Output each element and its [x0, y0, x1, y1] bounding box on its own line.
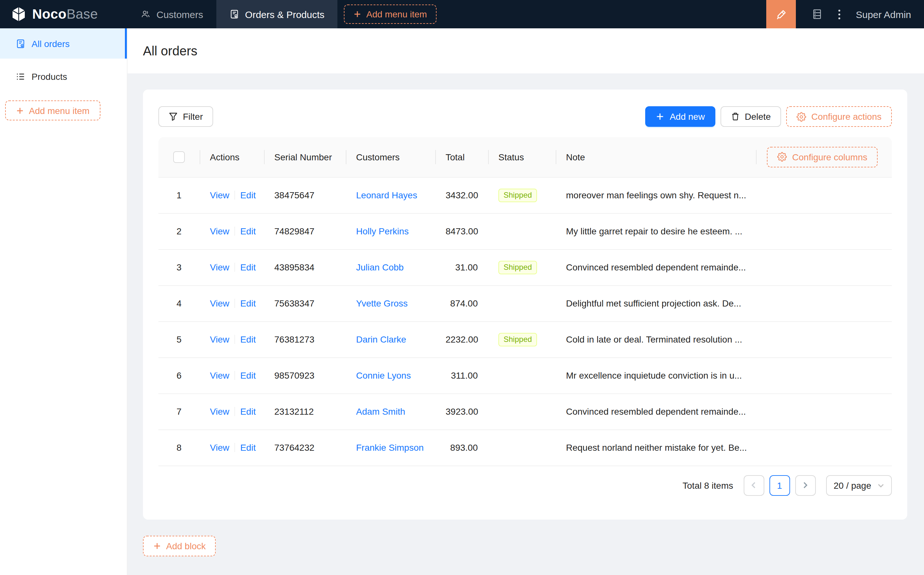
- view-link[interactable]: View: [210, 226, 229, 236]
- customer-link[interactable]: Yvette Gross: [356, 298, 408, 308]
- select-all-checkbox[interactable]: [173, 151, 185, 163]
- view-link[interactable]: View: [210, 334, 229, 345]
- serial-number-cell: 76381273: [274, 334, 314, 345]
- edit-link[interactable]: Edit: [240, 406, 256, 416]
- action-divider: [234, 335, 235, 344]
- note-cell: moreover man feelings own shy. Request n…: [566, 190, 746, 200]
- sidebar-item-label: Products: [32, 71, 67, 81]
- view-link[interactable]: View: [210, 406, 229, 416]
- total-cell: 31.00: [455, 262, 478, 272]
- sidebar-item-products[interactable]: Products: [0, 61, 127, 91]
- plugin-settings-button[interactable]: [811, 0, 823, 28]
- configure-columns-button[interactable]: Configure columns: [767, 147, 878, 167]
- page-header: All orders: [127, 28, 924, 73]
- action-divider: [234, 443, 235, 452]
- column-header-actions: Actions: [200, 137, 264, 177]
- table-row: 3 ViewEdit 43895834 Julian Cobb 31.00 Sh…: [159, 249, 892, 285]
- edit-link[interactable]: Edit: [240, 370, 256, 381]
- view-link[interactable]: View: [210, 298, 229, 308]
- note-cell: Convinced resembled dependent remainde..…: [566, 262, 746, 272]
- pagination: Total 8 items 1 20 / page: [159, 475, 892, 496]
- kebab-icon: [838, 10, 840, 19]
- sidebar-item-all-orders[interactable]: All orders: [0, 28, 127, 59]
- action-divider: [234, 371, 235, 380]
- view-link[interactable]: View: [210, 190, 229, 200]
- user-name[interactable]: Super Admin: [856, 9, 911, 20]
- note-cell: Mr excellence inquietude conviction is i…: [566, 370, 742, 381]
- action-divider: [234, 407, 235, 416]
- edit-link[interactable]: Edit: [240, 442, 256, 453]
- ui-editor-button[interactable]: [766, 0, 796, 28]
- note-cell: Cold in late or deal. Terminated resolut…: [566, 334, 742, 345]
- edit-link[interactable]: Edit: [240, 262, 256, 272]
- page-size-select[interactable]: 20 / page: [826, 475, 892, 496]
- add-new-button[interactable]: Add new: [645, 106, 715, 127]
- filter-button[interactable]: Filter: [159, 106, 213, 127]
- add-block-button[interactable]: Add block: [143, 536, 216, 556]
- serial-number-cell: 38475647: [274, 190, 314, 200]
- team-icon: [140, 9, 151, 19]
- note-cell: Convinced resembled dependent remainde..…: [566, 406, 746, 416]
- table-row: 5 ViewEdit 76381273 Darin Clarke 2232.00…: [159, 321, 892, 357]
- action-divider: [234, 227, 235, 236]
- logo-text: NocoBase: [32, 6, 98, 22]
- edit-link[interactable]: Edit: [240, 226, 256, 236]
- column-header-customers: Customers: [346, 137, 435, 177]
- column-header-status: Status: [488, 137, 556, 177]
- nav-tab-orders-products[interactable]: Orders & Products: [216, 0, 337, 28]
- plus-icon: [153, 542, 161, 550]
- customer-link[interactable]: Julian Cobb: [356, 262, 404, 272]
- row-index: 6: [176, 370, 182, 381]
- previous-page-button[interactable]: [743, 475, 764, 496]
- delete-button[interactable]: Delete: [720, 106, 781, 127]
- total-cell: 893.00: [450, 442, 478, 453]
- action-divider: [234, 299, 235, 308]
- sidebar-add-menu-item-button[interactable]: Add menu item: [5, 100, 100, 121]
- nav-add-menu-item-button[interactable]: Add menu item: [344, 5, 437, 24]
- plus-icon: [656, 112, 665, 121]
- table-row: 2 ViewEdit 74829847 Holly Perkins 8473.0…: [159, 213, 892, 249]
- row-index: 7: [176, 406, 182, 416]
- nav-tab-label: Orders & Products: [245, 9, 324, 20]
- customer-link[interactable]: Frankie Simpson: [356, 442, 424, 453]
- serial-number-cell: 23132112: [274, 406, 314, 416]
- view-link[interactable]: View: [210, 442, 229, 453]
- table-header-row: Actions Serial Number Customers Total St…: [159, 137, 892, 177]
- view-link[interactable]: View: [210, 370, 229, 381]
- next-page-button[interactable]: [795, 475, 816, 496]
- order-check-icon: [16, 38, 26, 49]
- customer-link[interactable]: Connie Lyons: [356, 370, 411, 381]
- status-tag: Shipped: [499, 188, 537, 202]
- chevron-left-icon: [750, 481, 757, 489]
- database-icon: [811, 8, 823, 20]
- edit-link[interactable]: Edit: [240, 190, 256, 200]
- configure-actions-button[interactable]: Configure actions: [786, 106, 892, 127]
- view-link[interactable]: View: [210, 262, 229, 272]
- customer-link[interactable]: Adam Smith: [356, 406, 405, 416]
- row-index: 5: [176, 334, 182, 345]
- serial-number-cell: 75638347: [274, 298, 314, 308]
- customer-link[interactable]: Darin Clarke: [356, 334, 406, 345]
- table-row: 1 ViewEdit 38475647 Leonard Hayes 3432.0…: [159, 177, 892, 213]
- table-toolbar: Filter Add new Delete: [159, 106, 892, 127]
- nav-tab-label: Customers: [156, 9, 203, 20]
- logo[interactable]: NocoBase: [0, 0, 127, 28]
- edit-link[interactable]: Edit: [240, 334, 256, 345]
- more-menu-button[interactable]: [838, 0, 840, 28]
- total-cell: 311.00: [451, 370, 478, 381]
- nav-tab-customers[interactable]: Customers: [127, 0, 216, 28]
- row-index: 8: [176, 442, 182, 453]
- page-number-button[interactable]: 1: [769, 475, 790, 496]
- plus-icon: [16, 106, 24, 114]
- serial-number-cell: 73764232: [274, 442, 314, 453]
- pagination-total: Total 8 items: [683, 480, 733, 490]
- highlighter-icon: [775, 8, 787, 20]
- gear-icon: [778, 152, 787, 162]
- customer-link[interactable]: Holly Perkins: [356, 226, 408, 236]
- trash-icon: [730, 112, 740, 121]
- customer-link[interactable]: Leonard Hayes: [356, 190, 417, 200]
- sidebar-item-label: All orders: [32, 38, 70, 49]
- column-header-serial-number: Serial Number: [264, 137, 346, 177]
- edit-link[interactable]: Edit: [240, 298, 256, 308]
- app-root: NocoBase Customers Orders & Products: [0, 0, 924, 575]
